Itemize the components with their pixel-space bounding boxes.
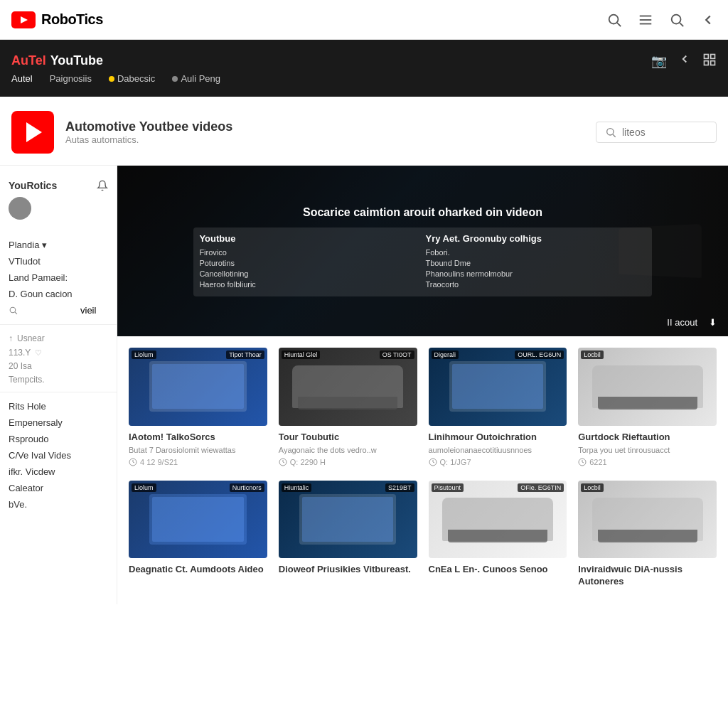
channel-header: Automotive Youtbee videos Autas automati… bbox=[0, 97, 728, 166]
featured-right-title: Yry Aet. Groonuby colhigs bbox=[426, 233, 646, 244]
thumb-label-tl-0-0: Liolum bbox=[132, 350, 156, 359]
video-card-0-3[interactable]: Locbil Gurtdock Rieftaution Torpa you ue… bbox=[578, 348, 717, 469]
search-outline-icon[interactable] bbox=[606, 11, 623, 28]
thumb-label-tr-1-2: OFie. EG6TIN bbox=[518, 483, 564, 492]
sidebar: YouRotics Plandia ▾ VTludot Land Pamaeil… bbox=[0, 166, 117, 604]
brand-section: AuTel YouTube bbox=[11, 53, 103, 68]
sidebar-section-empenersaly[interactable]: Empenersaly bbox=[0, 414, 117, 431]
thumb-label-tr-0-2: OURL. EG6UN bbox=[515, 350, 564, 359]
video-card-info-1-2: CnEa L En-. Cunoos Senoo bbox=[429, 558, 567, 581]
thumb-label-tr-1-1: S219BT bbox=[385, 483, 414, 492]
video-thumbnail-0-0: Liolum Tipot Thoar bbox=[129, 348, 267, 426]
sidebar-section-ifkrvicdew[interactable]: ifkr. Vicdew bbox=[0, 464, 117, 480]
featured-left-row0: Firovico bbox=[199, 248, 419, 257]
video-card-1-3[interactable]: Locbil Inviraidwuic DiA-nussis Autoneres bbox=[578, 481, 717, 593]
menu-icon[interactable] bbox=[637, 11, 654, 28]
video-card-1-1[interactable]: Hiuntalic S219BT Dioweof Priusikies Vitb… bbox=[279, 481, 417, 593]
svg-line-3 bbox=[617, 23, 621, 26]
video-card-1-2[interactable]: Pisutount OFie. EG6TIN CnEa L En-. Cunoo… bbox=[429, 481, 567, 593]
video-card-0-2[interactable]: Digerali OURL. EG6UN Linihmour Outoichra… bbox=[429, 348, 567, 469]
sidebar-bell-icon[interactable] bbox=[97, 180, 108, 191]
channel-search-input[interactable] bbox=[622, 127, 707, 138]
video-card-0-1[interactable]: Hiuntal Glel OS TI0OT Tour Toubutic Ayag… bbox=[279, 348, 417, 469]
video-card-meta-0-3: 6221 bbox=[578, 458, 717, 466]
video-card-0-0[interactable]: Liolum Tipot Thoar IAotom! TalkoSorcs Bu… bbox=[129, 348, 267, 469]
back-arrow-icon[interactable] bbox=[678, 53, 691, 69]
sidebar-channel-name: YouRotics bbox=[9, 180, 57, 191]
video-card-title-0-3: Gurtdock Rieftaution bbox=[578, 432, 717, 444]
thumb-label-tl-0-3: Locbil bbox=[581, 350, 604, 359]
sidebar-search-icon bbox=[9, 306, 18, 315]
sidebar-section-plandia[interactable]: Plandia ▾ bbox=[0, 237, 117, 253]
video-thumbnail-0-2: Digerali OURL. EG6UN bbox=[429, 348, 567, 426]
svg-rect-9 bbox=[705, 55, 709, 59]
thumb-label-tl-0-1: Hiuntal Glel bbox=[282, 350, 321, 359]
secondary-nav: AuTel YouTube 📷 Autel Paignosiis Dabecsi… bbox=[0, 40, 728, 97]
sidebar-search[interactable]: vieil bbox=[0, 302, 117, 318]
list-icon[interactable] bbox=[702, 53, 717, 69]
featured-video[interactable]: Socarice caimtion arouit oharked oin vid… bbox=[117, 166, 728, 336]
svg-point-7 bbox=[672, 14, 681, 23]
video-grid-row1: Liolum Tipot Thoar IAotom! TalkoSorcs Bu… bbox=[117, 336, 728, 481]
thumb-car-1-2 bbox=[442, 498, 553, 540]
thumb-screen-0-0 bbox=[149, 361, 246, 412]
video-card-title-1-1: Dioweof Priusikies Vitbureast. bbox=[279, 564, 417, 576]
sidebar-meta-tempcits: Tempcits. bbox=[9, 373, 108, 386]
sidebar-section-vtludot[interactable]: VTludot bbox=[0, 253, 117, 269]
sidebar-section-caleator[interactable]: Caleator bbox=[0, 480, 117, 496]
featured-left-title: Youtbue bbox=[199, 233, 419, 244]
thumb-label-tl-0-2: Digerali bbox=[432, 350, 459, 359]
status-dot2 bbox=[172, 76, 178, 82]
channel-title: Automotive Youtbee videos bbox=[65, 119, 232, 134]
svg-point-15 bbox=[10, 307, 16, 313]
thumb-label-tl-1-3: Locbil bbox=[581, 483, 604, 492]
featured-left-row1: Poturotins bbox=[199, 259, 419, 267]
video-card-info-1-1: Dioweof Priusikies Vitbureast. bbox=[279, 558, 417, 581]
video-card-1-0[interactable]: Liolum Nurticnors Deagnatic Ct. Aumdoots… bbox=[129, 481, 267, 593]
sidebar-meta-113y: 113.Y ♡ bbox=[9, 346, 108, 359]
app-logo[interactable] bbox=[11, 11, 36, 28]
thumb-label-tr-0-1: OS TI0OT bbox=[380, 350, 414, 359]
sidebar-search-input[interactable] bbox=[21, 305, 77, 316]
channel-search-box[interactable] bbox=[596, 122, 717, 143]
featured-control-pause[interactable]: II acout bbox=[667, 317, 697, 328]
nav-item-autel[interactable]: Autel bbox=[11, 73, 33, 84]
sidebar-section-rsproudо[interactable]: Rsproudо bbox=[0, 431, 117, 447]
sidebar-section-dgouncacion[interactable]: D. Goun cacion bbox=[0, 286, 117, 302]
sidebar-section-ritshole[interactable]: Rits Hole bbox=[0, 398, 117, 414]
video-card-info-1-3: Inviraidwuic DiA-nussis Autoneres bbox=[578, 558, 717, 593]
channel-subtitle: Autas automatics. bbox=[65, 134, 232, 145]
video-card-meta-0-2: Q: 1/JG7 bbox=[429, 458, 567, 466]
play-icon bbox=[26, 122, 42, 142]
sidebar-section-cveivalvides[interactable]: C/Ve Ival Vides bbox=[0, 447, 117, 464]
svg-line-14 bbox=[613, 134, 616, 137]
featured-right-row0: Fobori. bbox=[426, 248, 646, 257]
thumb-car-0-1 bbox=[292, 365, 403, 408]
back-icon[interactable] bbox=[700, 11, 717, 28]
featured-left-row3: Haeroo folbliuric bbox=[199, 280, 419, 289]
svg-rect-12 bbox=[711, 61, 715, 65]
featured-control-download[interactable]: ⬇ bbox=[709, 317, 717, 328]
top-nav-left: RoboTics bbox=[11, 11, 103, 28]
sidebar-channel-info: YouRotics bbox=[0, 174, 117, 237]
nav-item-paignosiis[interactable]: Paignosiis bbox=[50, 73, 92, 84]
video-card-meta-0-1: Q: 2290 H bbox=[279, 458, 417, 466]
thumb-label-tr-0-0: Tipot Thoar bbox=[226, 350, 264, 359]
video-card-info-1-0: Deagnatic Ct. Aumdoots Aideo bbox=[129, 558, 267, 581]
sidebar-search-label: vieil bbox=[80, 305, 96, 316]
channel-info: Automotive Youtbee videos Autas automati… bbox=[65, 119, 232, 145]
search-icon[interactable] bbox=[668, 11, 685, 28]
nav-item-aulipeng[interactable]: Auli Peng bbox=[172, 73, 220, 84]
camera-icon[interactable]: 📷 bbox=[651, 53, 667, 69]
featured-right-row1: Tbound Dme bbox=[426, 259, 646, 267]
sidebar-section-bve[interactable]: bVe. bbox=[0, 496, 117, 513]
channel-header-left: Automotive Youtbee videos Autas automati… bbox=[11, 111, 232, 154]
featured-controls: II acout ⬇ bbox=[667, 317, 717, 328]
sidebar-section-landpamaeil[interactable]: Land Pamaeil: bbox=[0, 269, 117, 286]
video-card-title-0-1: Tour Toubutic bbox=[279, 432, 417, 444]
video-area: Socarice caimtion arouit oharked oin vid… bbox=[117, 166, 728, 604]
thumb-screen-1-1 bbox=[299, 494, 396, 545]
sidebar-avatar bbox=[9, 197, 31, 220]
video-card-title-1-3: Inviraidwuic DiA-nussis Autoneres bbox=[578, 564, 717, 588]
nav-item-dabecsic[interactable]: Dabecsic bbox=[109, 73, 155, 84]
